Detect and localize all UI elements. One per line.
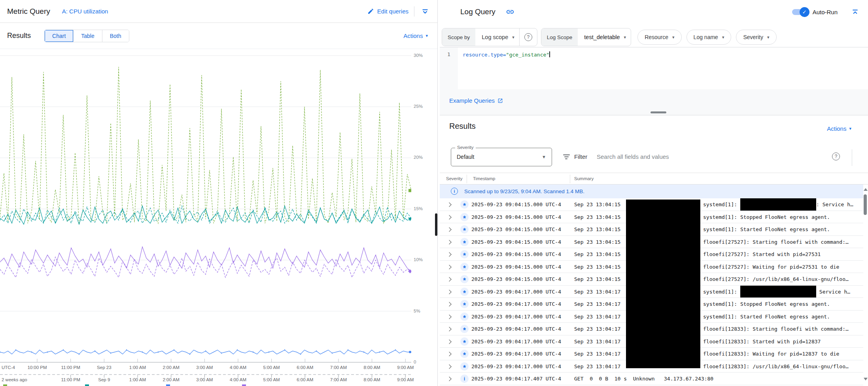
editor-code-line[interactable]: resource.type="gce_instance" <box>458 47 550 89</box>
log-actions-button[interactable]: Actions ▾ <box>825 125 854 132</box>
chevron-down-icon: ▾ <box>672 35 675 40</box>
panel-resize-grip[interactable] <box>435 213 437 236</box>
log-summary-message: systemd[1]: Started FlooNet egress agent… <box>703 226 830 232</box>
view-tab-both[interactable]: Both <box>102 30 129 42</box>
x-axis-tick-label: 6:00 AM <box>297 365 313 370</box>
open-in-new-icon <box>497 98 503 104</box>
copy-link-button[interactable] <box>506 8 514 16</box>
results-scrollbar[interactable] <box>863 186 868 386</box>
log-query-header: Log Query ✓ Auto-Run <box>440 0 868 24</box>
collapse-metric-panel-button[interactable] <box>420 6 430 17</box>
severity-default-icon: * <box>460 313 469 321</box>
log-summary-received: Sep 23 13:04:15 <box>574 251 620 257</box>
expand-row-chevron-icon[interactable] <box>447 265 451 269</box>
log-summary-message: systemd[1]: Stopped FlooNet egress agent… <box>703 301 830 307</box>
expand-row-chevron-icon[interactable] <box>447 252 451 256</box>
expand-row-chevron-icon[interactable] <box>447 302 451 306</box>
scroll-up-arrow[interactable] <box>864 188 868 191</box>
expand-row-chevron-icon[interactable] <box>447 277 451 281</box>
chevron-down-icon: ▾ <box>849 126 851 131</box>
example-queries-link[interactable]: Example Queries <box>449 97 503 104</box>
chevron-down-icon: ▾ <box>624 35 626 40</box>
expand-row-chevron-icon[interactable] <box>447 364 451 369</box>
legend-swatch <box>166 384 170 386</box>
log-scope-value-dropdown[interactable]: test_deletable ▾ <box>578 34 631 40</box>
expand-row-chevron-icon[interactable] <box>447 240 451 244</box>
section-drag-handle[interactable] <box>651 111 666 113</box>
scope-help-icon[interactable]: ? <box>524 33 532 41</box>
log-summary-message: flooefi[12833]: Waiting for pid=12837 to… <box>703 351 839 357</box>
severity-select-label: Severity <box>455 145 476 150</box>
log-timestamp: 2025-09-23 09:04:15.000 UTC-4 <box>471 276 561 282</box>
chevron-down-icon: ▾ <box>767 35 770 40</box>
expand-row-chevron-icon[interactable] <box>447 377 451 381</box>
comparison-axis-tick-label: 3:00 AM <box>196 377 213 382</box>
group-divider <box>519 28 520 46</box>
log-summary-received: Sep 23 13:04:15 <box>574 276 620 282</box>
expand-row-chevron-icon[interactable] <box>447 339 451 344</box>
severity-default-icon: * <box>460 200 469 209</box>
redaction-overlay <box>626 200 700 368</box>
code-field-token: resource.type= <box>463 52 506 58</box>
log-row[interactable]: i2025-09-23 09:04:17.407 UTC-4GET 0 0 B … <box>440 373 863 385</box>
expand-row-chevron-icon[interactable] <box>447 290 451 294</box>
expand-row-chevron-icon[interactable] <box>447 202 451 207</box>
cpu-utilization-chart[interactable]: 30%25%20%15%10%5%0 UTC-410:00 PM11:00 PM… <box>0 51 437 386</box>
log-query-editor[interactable]: 1 resource.type="gce_instance" <box>440 47 868 89</box>
chart-legend-clipped <box>0 384 411 386</box>
edit-queries-button[interactable]: Edit queries <box>367 8 408 15</box>
y-axis-tick-label: 20% <box>414 155 423 160</box>
auto-run-toggle[interactable]: ✓ <box>792 9 808 15</box>
log-scope-group: Log Scope test_deletable ▾ <box>541 28 631 46</box>
log-scope-dropdown[interactable]: Log scope ▾ <box>475 34 519 40</box>
chart-plot-area[interactable] <box>0 51 411 386</box>
column-header-timestamp[interactable]: Timestamp <box>473 176 495 181</box>
expand-row-chevron-icon[interactable] <box>447 215 451 219</box>
x-axis-timezone-label: UTC-4 <box>2 365 15 370</box>
column-divider[interactable] <box>467 175 467 183</box>
log-summary-received: Sep 23 13:04:15 <box>574 214 620 220</box>
log-summary-message: flooefi[27527]: Waiting for pid=27531 to… <box>703 264 839 270</box>
link-icon <box>506 11 514 17</box>
view-tab-chart[interactable]: Chart <box>45 30 73 42</box>
scroll-down-arrow[interactable] <box>864 378 868 380</box>
collapse-down-icon <box>421 11 429 17</box>
dropdown-arrow-icon: ▼ <box>542 154 546 159</box>
expand-row-chevron-icon[interactable] <box>447 227 451 232</box>
log-summary-received: Sep 23 13:04:17 <box>574 301 620 307</box>
filter-search-input[interactable]: Search all fields and values <box>597 153 669 160</box>
expand-row-chevron-icon[interactable] <box>447 327 451 331</box>
comparison-axis-tick-label: 4:00 AM <box>230 377 246 382</box>
column-header-severity[interactable]: Severity <box>446 176 463 181</box>
log-summary-message: flooefi[27527]: Started with pid=27531 <box>703 251 821 257</box>
view-tab-table[interactable]: Table <box>73 30 102 42</box>
x-axis-tick-label: 3:00 AM <box>196 365 213 370</box>
expand-row-chevron-icon[interactable] <box>447 314 451 319</box>
redaction-box <box>740 286 816 298</box>
log-summary-message: flooefi[27527]: Starting flooefi with co… <box>703 239 849 245</box>
pill-severity[interactable]: Severity▾ <box>736 30 776 45</box>
metric-actions-button[interactable]: Actions ▾ <box>401 32 430 40</box>
severity-default-icon: * <box>460 238 469 246</box>
x-axis-tick-label: 11:00 PM <box>61 365 80 370</box>
x-axis-tick-label: 1:00 AM <box>129 365 146 370</box>
comparison-axis-tick-label: 7:00 AM <box>330 377 347 382</box>
log-timestamp: 2025-09-23 09:04:17.407 UTC-4 <box>471 376 561 382</box>
results-help-icon[interactable]: ? <box>832 153 840 160</box>
log-summary-message: flooefi[12833]: Starting flooefi with co… <box>703 326 849 332</box>
column-divider[interactable] <box>570 175 570 183</box>
metric-query-chip[interactable]: A: CPU utilization <box>62 8 108 15</box>
expand-row-chevron-icon[interactable] <box>447 352 451 356</box>
collapse-log-panel-button[interactable] <box>850 7 860 17</box>
pill-log-name[interactable]: Log name▾ <box>686 30 732 45</box>
pill-resource[interactable]: Resource▾ <box>637 30 681 45</box>
metric-results-toolbar: Results ChartTableBoth Actions ▾ <box>0 23 437 49</box>
x-axis-tick-label: 9:00 AM <box>397 365 414 370</box>
column-header-summary[interactable]: Summary <box>574 176 594 181</box>
auto-run-label: Auto-Run <box>813 9 838 15</box>
scrollbar-thumb[interactable] <box>864 194 867 215</box>
severity-select[interactable]: Severity Default ▼ <box>451 148 552 166</box>
code-string-token: "gce_instance" <box>506 52 550 58</box>
severity-default-icon: * <box>460 337 469 346</box>
severity-select-value: Default <box>457 154 474 160</box>
